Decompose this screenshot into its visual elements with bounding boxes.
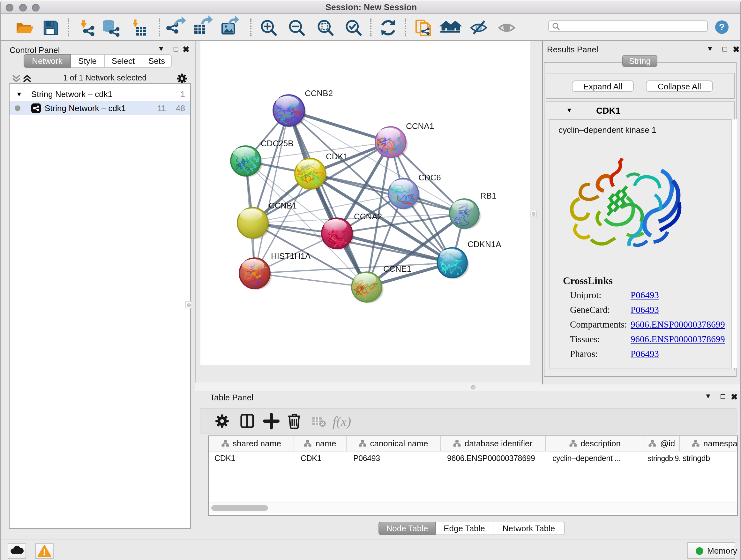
svg-text:CDC6: CDC6 xyxy=(418,173,441,182)
svg-text:f(x): f(x) xyxy=(333,414,351,429)
svg-text:?: ? xyxy=(719,22,725,32)
svg-text:CCNA2: CCNA2 xyxy=(354,212,382,221)
svg-text:CCNE1: CCNE1 xyxy=(383,264,411,273)
svg-text:CCNB2: CCNB2 xyxy=(305,88,333,98)
svg-text:CCNA1: CCNA1 xyxy=(406,121,434,131)
svg-text:RB1: RB1 xyxy=(480,191,496,200)
svg-text:CDC25B: CDC25B xyxy=(261,138,293,148)
svg-text:CDKN1A: CDKN1A xyxy=(468,240,501,249)
svg-text:HIST1H1A: HIST1H1A xyxy=(271,251,311,261)
svg-text:CDK1: CDK1 xyxy=(326,152,348,161)
svg-text:CCNB1: CCNB1 xyxy=(269,201,297,210)
